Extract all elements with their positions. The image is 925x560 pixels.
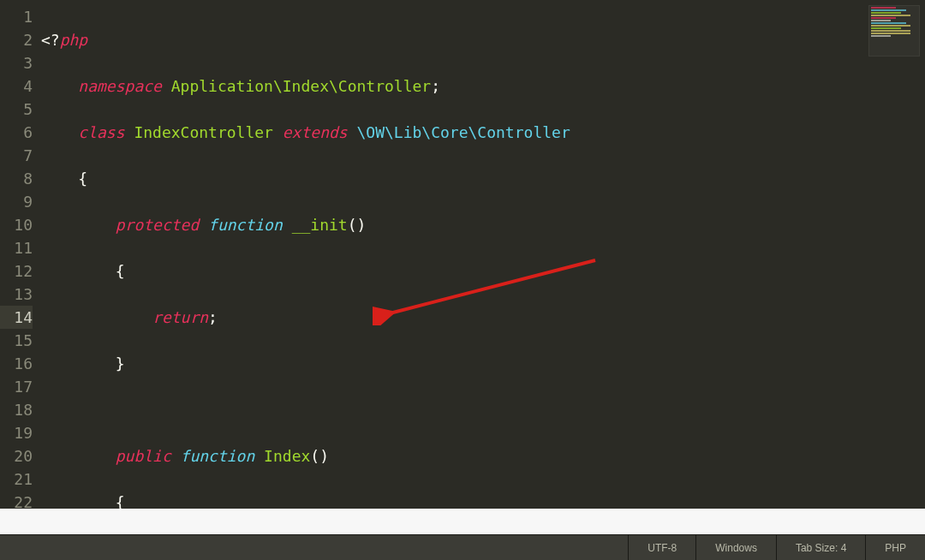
class-name: IndexController (125, 123, 283, 141)
line-number[interactable]: 4 (0, 74, 33, 98)
line-number[interactable]: 3 (0, 51, 33, 74)
code-area[interactable]: <?php namespace Application\Index\Contro… (41, 0, 925, 560)
line-number[interactable]: 7 (0, 144, 33, 167)
line-number[interactable]: 19 (0, 421, 33, 444)
keyword-namespace: namespace (78, 77, 162, 95)
minimap-line (871, 12, 901, 14)
line-number[interactable]: 18 (0, 398, 33, 421)
keyword-class: class (78, 123, 124, 141)
minimap-line (871, 15, 910, 16)
line-number[interactable]: 20 (0, 444, 33, 468)
minimap-line (871, 17, 896, 19)
minimap-line (871, 20, 891, 21)
line-number[interactable]: 16 (0, 352, 33, 375)
line-number-current[interactable]: 14 (0, 306, 33, 329)
line-number[interactable]: 2 (0, 28, 33, 51)
line-number[interactable]: 9 (0, 190, 33, 213)
line-number[interactable]: 6 (0, 121, 33, 144)
line-number-gutter[interactable]: 1 2 3 4 5 6 7 8 9 10 11 12 13 14 15 16 1… (0, 0, 41, 534)
keyword-protected: protected (116, 216, 200, 234)
minimap-line (871, 35, 891, 37)
code-editor[interactable]: 1 2 3 4 5 6 7 8 9 10 11 12 13 14 15 16 1… (0, 0, 925, 509)
line-number[interactable]: 10 (0, 213, 33, 236)
status-encoding[interactable]: UTF-8 (628, 535, 695, 560)
line-number[interactable]: 12 (0, 259, 33, 283)
parent-class: \OW\Lib\Core\Controller (348, 123, 570, 141)
minimap-line (871, 30, 910, 32)
php-open-tag: <?php (41, 31, 87, 49)
code-line[interactable]: { (41, 167, 925, 190)
code-line[interactable]: namespace Application\Index\Controller; (41, 74, 925, 98)
line-number[interactable]: 11 (0, 236, 33, 259)
keyword-return: return (152, 308, 208, 326)
line-number[interactable]: 13 (0, 283, 33, 306)
code-line[interactable]: } (41, 352, 925, 375)
minimap-line (871, 27, 901, 29)
keyword-extends: extends (283, 123, 348, 141)
code-line[interactable]: class IndexController extends \OW\Lib\Co… (41, 121, 925, 144)
status-line-endings[interactable]: Windows (695, 535, 776, 560)
method-name: __init (283, 216, 348, 234)
line-number[interactable]: 17 (0, 375, 33, 398)
minimap-line (871, 33, 910, 34)
code-line[interactable]: return; (41, 306, 925, 329)
code-line[interactable]: public function Index() (41, 444, 925, 468)
line-number[interactable]: 1 (0, 5, 33, 28)
editor-window: 1 2 3 4 5 6 7 8 9 10 11 12 13 14 15 16 1… (0, 0, 925, 560)
code-line[interactable] (41, 398, 925, 421)
code-line[interactable]: { (41, 259, 925, 283)
code-line[interactable]: <?php (41, 28, 925, 51)
minimap-line (871, 22, 906, 24)
code-line[interactable]: protected function __init() (41, 213, 925, 236)
minimap[interactable] (868, 5, 920, 57)
status-tab-size[interactable]: Tab Size: 4 (776, 535, 865, 560)
line-number[interactable]: 21 (0, 468, 33, 491)
keyword-public: public (116, 447, 171, 465)
method-name: Index (254, 447, 310, 465)
keyword-function: function (171, 447, 255, 465)
status-bar: UTF-8 Windows Tab Size: 4 PHP (0, 534, 925, 560)
status-language[interactable]: PHP (865, 535, 925, 560)
line-number[interactable]: 5 (0, 98, 33, 121)
namespace-path: Application\Index\Controller (162, 77, 431, 95)
keyword-function: function (199, 216, 283, 234)
separator-strip (0, 509, 925, 534)
line-number[interactable]: 8 (0, 167, 33, 190)
minimap-line (871, 9, 906, 11)
minimap-line (871, 25, 910, 27)
minimap-line (871, 7, 896, 9)
line-number[interactable]: 15 (0, 329, 33, 352)
